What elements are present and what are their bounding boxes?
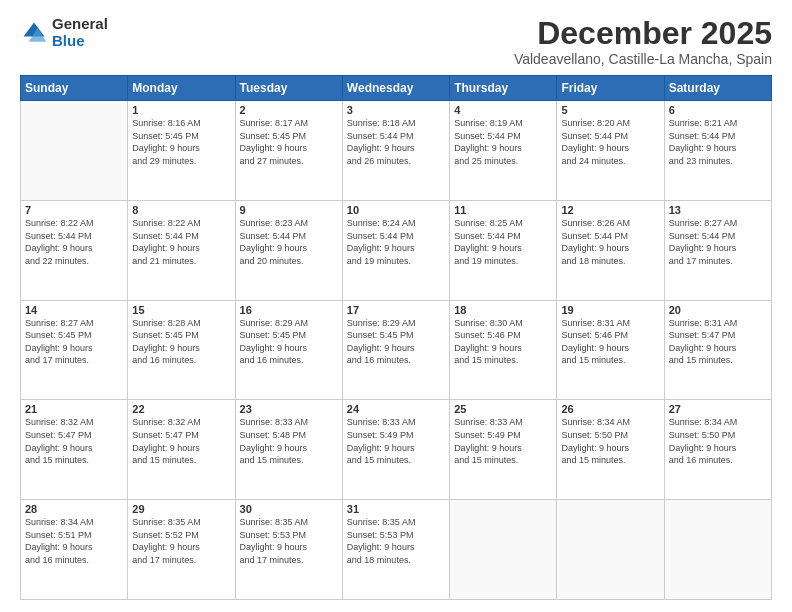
day-info: Sunrise: 8:35 AM Sunset: 5:53 PM Dayligh…	[347, 516, 445, 566]
day-number: 5	[561, 104, 659, 116]
day-info: Sunrise: 8:31 AM Sunset: 5:47 PM Dayligh…	[669, 317, 767, 367]
day-info: Sunrise: 8:17 AM Sunset: 5:45 PM Dayligh…	[240, 117, 338, 167]
day-info: Sunrise: 8:22 AM Sunset: 5:44 PM Dayligh…	[132, 217, 230, 267]
day-info: Sunrise: 8:30 AM Sunset: 5:46 PM Dayligh…	[454, 317, 552, 367]
logo-blue: Blue	[52, 33, 108, 50]
weekday-header-wednesday: Wednesday	[342, 76, 449, 101]
day-number: 16	[240, 304, 338, 316]
calendar-cell: 25Sunrise: 8:33 AM Sunset: 5:49 PM Dayli…	[450, 400, 557, 500]
day-info: Sunrise: 8:19 AM Sunset: 5:44 PM Dayligh…	[454, 117, 552, 167]
weekday-header-friday: Friday	[557, 76, 664, 101]
calendar-cell: 9Sunrise: 8:23 AM Sunset: 5:44 PM Daylig…	[235, 200, 342, 300]
page: General Blue December 2025 Valdeavellano…	[0, 0, 792, 612]
week-row-4: 21Sunrise: 8:32 AM Sunset: 5:47 PM Dayli…	[21, 400, 772, 500]
day-number: 3	[347, 104, 445, 116]
logo-text: General Blue	[52, 16, 108, 49]
calendar-cell: 14Sunrise: 8:27 AM Sunset: 5:45 PM Dayli…	[21, 300, 128, 400]
day-info: Sunrise: 8:33 AM Sunset: 5:49 PM Dayligh…	[347, 416, 445, 466]
day-number: 10	[347, 204, 445, 216]
day-info: Sunrise: 8:27 AM Sunset: 5:45 PM Dayligh…	[25, 317, 123, 367]
day-info: Sunrise: 8:34 AM Sunset: 5:50 PM Dayligh…	[561, 416, 659, 466]
day-number: 2	[240, 104, 338, 116]
day-info: Sunrise: 8:29 AM Sunset: 5:45 PM Dayligh…	[347, 317, 445, 367]
day-info: Sunrise: 8:20 AM Sunset: 5:44 PM Dayligh…	[561, 117, 659, 167]
calendar-cell: 31Sunrise: 8:35 AM Sunset: 5:53 PM Dayli…	[342, 500, 449, 600]
calendar-cell: 26Sunrise: 8:34 AM Sunset: 5:50 PM Dayli…	[557, 400, 664, 500]
calendar-cell: 17Sunrise: 8:29 AM Sunset: 5:45 PM Dayli…	[342, 300, 449, 400]
day-info: Sunrise: 8:33 AM Sunset: 5:49 PM Dayligh…	[454, 416, 552, 466]
weekday-header-row: SundayMondayTuesdayWednesdayThursdayFrid…	[21, 76, 772, 101]
logo: General Blue	[20, 16, 108, 49]
day-info: Sunrise: 8:21 AM Sunset: 5:44 PM Dayligh…	[669, 117, 767, 167]
weekday-header-tuesday: Tuesday	[235, 76, 342, 101]
logo-general: General	[52, 16, 108, 33]
day-info: Sunrise: 8:27 AM Sunset: 5:44 PM Dayligh…	[669, 217, 767, 267]
day-number: 14	[25, 304, 123, 316]
calendar-cell	[557, 500, 664, 600]
day-number: 13	[669, 204, 767, 216]
calendar-cell: 18Sunrise: 8:30 AM Sunset: 5:46 PM Dayli…	[450, 300, 557, 400]
day-number: 20	[669, 304, 767, 316]
calendar-cell: 7Sunrise: 8:22 AM Sunset: 5:44 PM Daylig…	[21, 200, 128, 300]
calendar-cell: 13Sunrise: 8:27 AM Sunset: 5:44 PM Dayli…	[664, 200, 771, 300]
calendar-cell: 2Sunrise: 8:17 AM Sunset: 5:45 PM Daylig…	[235, 101, 342, 201]
calendar-cell: 19Sunrise: 8:31 AM Sunset: 5:46 PM Dayli…	[557, 300, 664, 400]
calendar-cell	[21, 101, 128, 201]
calendar-cell: 11Sunrise: 8:25 AM Sunset: 5:44 PM Dayli…	[450, 200, 557, 300]
calendar-cell: 30Sunrise: 8:35 AM Sunset: 5:53 PM Dayli…	[235, 500, 342, 600]
day-number: 18	[454, 304, 552, 316]
day-number: 12	[561, 204, 659, 216]
day-number: 8	[132, 204, 230, 216]
calendar-cell: 8Sunrise: 8:22 AM Sunset: 5:44 PM Daylig…	[128, 200, 235, 300]
calendar-cell: 22Sunrise: 8:32 AM Sunset: 5:47 PM Dayli…	[128, 400, 235, 500]
calendar-cell: 3Sunrise: 8:18 AM Sunset: 5:44 PM Daylig…	[342, 101, 449, 201]
day-number: 31	[347, 503, 445, 515]
day-info: Sunrise: 8:23 AM Sunset: 5:44 PM Dayligh…	[240, 217, 338, 267]
day-number: 7	[25, 204, 123, 216]
day-info: Sunrise: 8:32 AM Sunset: 5:47 PM Dayligh…	[25, 416, 123, 466]
logo-icon	[20, 19, 48, 47]
day-number: 22	[132, 403, 230, 415]
header: General Blue December 2025 Valdeavellano…	[20, 16, 772, 67]
day-number: 19	[561, 304, 659, 316]
calendar-cell: 6Sunrise: 8:21 AM Sunset: 5:44 PM Daylig…	[664, 101, 771, 201]
day-number: 28	[25, 503, 123, 515]
week-row-3: 14Sunrise: 8:27 AM Sunset: 5:45 PM Dayli…	[21, 300, 772, 400]
weekday-header-sunday: Sunday	[21, 76, 128, 101]
day-info: Sunrise: 8:22 AM Sunset: 5:44 PM Dayligh…	[25, 217, 123, 267]
day-info: Sunrise: 8:26 AM Sunset: 5:44 PM Dayligh…	[561, 217, 659, 267]
calendar-cell: 5Sunrise: 8:20 AM Sunset: 5:44 PM Daylig…	[557, 101, 664, 201]
calendar-cell: 21Sunrise: 8:32 AM Sunset: 5:47 PM Dayli…	[21, 400, 128, 500]
day-number: 23	[240, 403, 338, 415]
calendar-cell: 16Sunrise: 8:29 AM Sunset: 5:45 PM Dayli…	[235, 300, 342, 400]
day-info: Sunrise: 8:35 AM Sunset: 5:53 PM Dayligh…	[240, 516, 338, 566]
day-number: 4	[454, 104, 552, 116]
weekday-header-thursday: Thursday	[450, 76, 557, 101]
calendar-cell: 23Sunrise: 8:33 AM Sunset: 5:48 PM Dayli…	[235, 400, 342, 500]
day-info: Sunrise: 8:29 AM Sunset: 5:45 PM Dayligh…	[240, 317, 338, 367]
day-info: Sunrise: 8:24 AM Sunset: 5:44 PM Dayligh…	[347, 217, 445, 267]
weekday-header-saturday: Saturday	[664, 76, 771, 101]
day-info: Sunrise: 8:35 AM Sunset: 5:52 PM Dayligh…	[132, 516, 230, 566]
day-info: Sunrise: 8:34 AM Sunset: 5:50 PM Dayligh…	[669, 416, 767, 466]
calendar-cell: 27Sunrise: 8:34 AM Sunset: 5:50 PM Dayli…	[664, 400, 771, 500]
week-row-1: 1Sunrise: 8:16 AM Sunset: 5:45 PM Daylig…	[21, 101, 772, 201]
day-number: 29	[132, 503, 230, 515]
subtitle: Valdeavellano, Castille-La Mancha, Spain	[514, 51, 772, 67]
calendar-cell: 28Sunrise: 8:34 AM Sunset: 5:51 PM Dayli…	[21, 500, 128, 600]
calendar-cell: 4Sunrise: 8:19 AM Sunset: 5:44 PM Daylig…	[450, 101, 557, 201]
day-info: Sunrise: 8:34 AM Sunset: 5:51 PM Dayligh…	[25, 516, 123, 566]
day-info: Sunrise: 8:16 AM Sunset: 5:45 PM Dayligh…	[132, 117, 230, 167]
day-number: 25	[454, 403, 552, 415]
day-number: 21	[25, 403, 123, 415]
day-info: Sunrise: 8:31 AM Sunset: 5:46 PM Dayligh…	[561, 317, 659, 367]
title-block: December 2025 Valdeavellano, Castille-La…	[514, 16, 772, 67]
week-row-5: 28Sunrise: 8:34 AM Sunset: 5:51 PM Dayli…	[21, 500, 772, 600]
day-info: Sunrise: 8:18 AM Sunset: 5:44 PM Dayligh…	[347, 117, 445, 167]
calendar-cell: 1Sunrise: 8:16 AM Sunset: 5:45 PM Daylig…	[128, 101, 235, 201]
calendar-cell: 10Sunrise: 8:24 AM Sunset: 5:44 PM Dayli…	[342, 200, 449, 300]
weekday-header-monday: Monday	[128, 76, 235, 101]
day-number: 17	[347, 304, 445, 316]
day-number: 1	[132, 104, 230, 116]
day-number: 11	[454, 204, 552, 216]
